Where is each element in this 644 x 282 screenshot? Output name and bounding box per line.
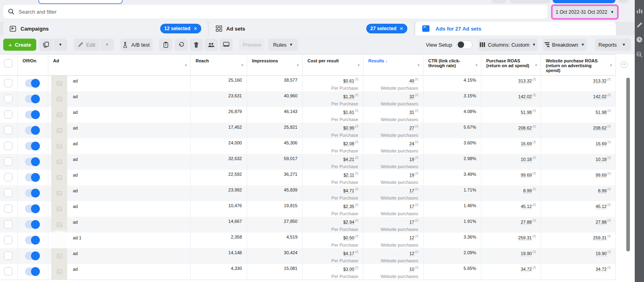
ad-on-off-toggle[interactable] [25, 111, 40, 119]
header-website-purchase-roas[interactable]: Website purchase ROAS (return on adverti… [541, 55, 616, 75]
create-button[interactable]: + Create [3, 39, 36, 51]
toolbar-overflow-button[interactable]: ▼ [617, 39, 631, 51]
ad-name-label[interactable]: ad [67, 264, 78, 280]
pin-clipboard-button[interactable] [159, 39, 172, 51]
chevron-down-icon[interactable]: ▼ [184, 64, 188, 67]
table-header: Off/On Ad▼ Reach▼ Impressions▼ Cost per … [0, 54, 616, 76]
header-reach[interactable]: Reach▼ [191, 55, 247, 75]
ad-name-label[interactable]: ad [67, 170, 78, 185]
ad-on-off-toggle[interactable] [25, 79, 40, 87]
tab-campaigns[interactable]: Campaigns 12 selected ✕ [3, 22, 208, 35]
ad-name-label[interactable]: ad [67, 138, 78, 154]
ad-name-label[interactable]: ad 1 [67, 233, 81, 248]
row-checkbox[interactable] [4, 236, 12, 244]
search-bar[interactable] [3, 5, 547, 19]
row-checkbox[interactable] [4, 126, 12, 134]
ad-on-off-toggle[interactable] [25, 252, 40, 260]
ad-sets-selected-badge[interactable]: 27 selected ✕ [366, 24, 407, 33]
row-checkbox[interactable] [4, 157, 12, 166]
connect-source-button[interactable] [219, 39, 233, 51]
edit-dropdown-button[interactable]: ▼ [100, 39, 114, 51]
website-purchase-roas-cell-value: 45.12 [596, 204, 607, 209]
ad-name-label[interactable]: ad [67, 76, 78, 91]
date-range-picker[interactable]: 1 Oct 2022-31 Oct 2022 ▼ [551, 4, 619, 20]
footnote-marker: [2] [607, 250, 611, 253]
ad-name-label[interactable]: ad [67, 201, 78, 217]
delete-button[interactable] [190, 39, 203, 51]
preview-button[interactable]: Preview [239, 39, 265, 51]
header-ad[interactable]: Ad▼ [48, 55, 191, 75]
row-checkbox[interactable] [4, 95, 12, 103]
audience-button[interactable] [204, 39, 218, 51]
breakdown-button[interactable]: Breakdown ▼ [543, 39, 586, 51]
top-cropped-primary-button[interactable] [553, 0, 615, 3]
ad-name-label[interactable]: ad [67, 217, 78, 233]
inspect-search-chart-icon[interactable] [636, 51, 642, 58]
columns-button[interactable]: Columns: Custom ▼ [478, 39, 538, 51]
ab-test-button[interactable]: A/B test [120, 39, 153, 51]
top-cropped-input[interactable] [38, 0, 123, 4]
header-cost-per-result[interactable]: Cost per result▼ [303, 55, 363, 75]
footnote-marker: [2] [415, 156, 418, 159]
ad-on-off-toggle[interactable] [25, 95, 40, 103]
row-checkbox[interactable] [4, 173, 12, 181]
header-purchase-roas[interactable]: Purchase ROAS (return on ad spend)▼ [481, 55, 541, 75]
tab-ad-sets[interactable]: Ad sets 27 selected ✕ [209, 22, 414, 35]
chevron-down-icon[interactable]: ▼ [609, 64, 613, 67]
row-checkbox[interactable] [4, 220, 12, 228]
top-cropped-button-3[interactable] [618, 0, 629, 3]
top-cropped-button-1[interactable] [491, 0, 507, 3]
ad-name-label[interactable]: ad [67, 107, 78, 123]
chevron-down-icon[interactable]: ▼ [417, 64, 420, 67]
ad-on-off-toggle[interactable] [25, 220, 40, 228]
ad-on-off-toggle[interactable] [25, 126, 40, 134]
cost-per-result-cell-value: $2.11 [343, 173, 354, 178]
undo-button[interactable] [175, 39, 188, 51]
close-icon[interactable]: ✕ [400, 26, 403, 31]
row-checkbox[interactable] [4, 79, 12, 87]
chevron-down-icon[interactable]: ▼ [357, 64, 360, 67]
ad-name-label[interactable]: ad [67, 154, 78, 170]
row-checkbox[interactable] [4, 251, 12, 260]
campaigns-selected-badge[interactable]: 12 selected ✕ [160, 24, 201, 33]
duplicate-button[interactable] [39, 39, 53, 51]
row-checkbox[interactable] [4, 110, 12, 119]
ad-name-label[interactable]: ad [67, 248, 78, 264]
history-clock-icon[interactable] [636, 37, 642, 43]
row-checkbox[interactable] [4, 142, 12, 150]
performance-chart-icon[interactable] [637, 8, 642, 13]
chevron-down-icon[interactable]: ▼ [535, 64, 538, 67]
duplicate-dropdown-button[interactable]: ▼ [54, 39, 67, 51]
ad-name-label[interactable]: ad [67, 185, 78, 201]
chevron-down-icon[interactable]: ▼ [475, 64, 478, 67]
ad-on-off-toggle[interactable] [25, 236, 40, 244]
rules-button[interactable]: Rules ▼ [268, 39, 298, 51]
header-impressions[interactable]: Impressions▼ [247, 55, 303, 75]
view-setup-toggle[interactable] [456, 40, 473, 49]
header-off-on[interactable]: Off/On [18, 55, 48, 75]
edit-pencil-icon[interactable] [637, 22, 642, 28]
row-checkbox[interactable] [4, 267, 12, 276]
ad-on-off-toggle[interactable] [25, 205, 40, 213]
top-cropped-button-2[interactable] [510, 0, 551, 3]
close-icon[interactable]: ✕ [194, 26, 197, 31]
row-checkbox[interactable] [4, 204, 12, 213]
select-all-checkbox[interactable] [4, 59, 12, 68]
ad-on-off-toggle[interactable] [25, 173, 40, 181]
ad-name-label[interactable]: ad [67, 123, 78, 138]
edit-button[interactable]: Edit [74, 39, 99, 51]
ad-name-label[interactable]: ad [67, 91, 78, 107]
search-input[interactable] [19, 9, 543, 15]
row-checkbox[interactable] [4, 189, 12, 197]
add-column-button[interactable]: + [621, 61, 627, 68]
ad-on-off-toggle[interactable] [25, 142, 40, 150]
chevron-down-icon[interactable]: ▼ [241, 64, 244, 67]
ad-on-off-toggle[interactable] [25, 189, 40, 197]
vertical-scrollbar[interactable] [626, 78, 630, 251]
chevron-down-icon[interactable]: ▼ [296, 64, 299, 67]
ad-on-off-toggle[interactable] [25, 268, 40, 276]
tab-ads-active[interactable]: Ads for 27 Ad sets [415, 22, 616, 35]
ad-on-off-toggle[interactable] [25, 158, 40, 166]
header-ctr[interactable]: CTR (link click-through rate)▼ [423, 55, 481, 75]
header-results-sorted[interactable]: Results↓ ▼ [363, 55, 423, 75]
